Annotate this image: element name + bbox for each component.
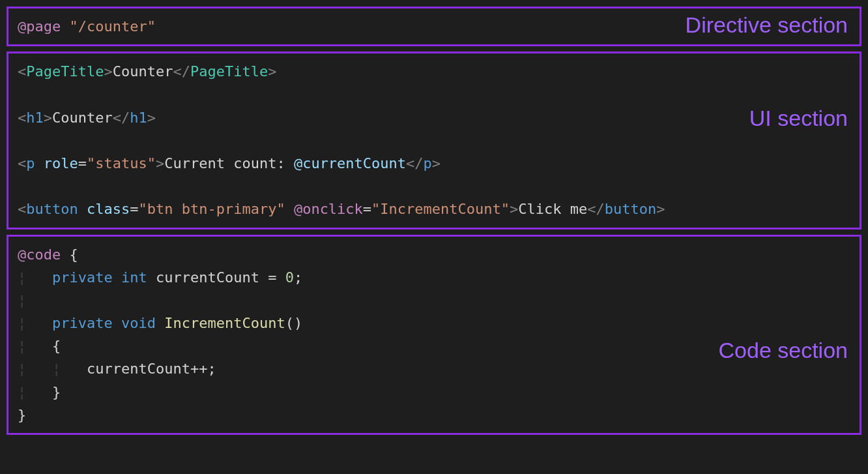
code-block: @code { ¦ private int currentCount = 0; … [18,243,850,427]
page-route: "/counter" [69,18,155,35]
directive-section: Directive section @page "/counter" [7,7,861,46]
ui-section: UI section <PageTitle>Counter</PageTitle… [7,52,861,229]
code-section-label: Code section [719,338,848,363]
directive-section-label: Directive section [686,12,848,38]
code-section: Code section @code { ¦ private int curre… [7,235,861,436]
ui-section-label: UI section [749,106,848,131]
ui-code: <PageTitle>Counter</PageTitle> <h1>Count… [18,60,850,220]
page-directive: @page [18,18,61,35]
